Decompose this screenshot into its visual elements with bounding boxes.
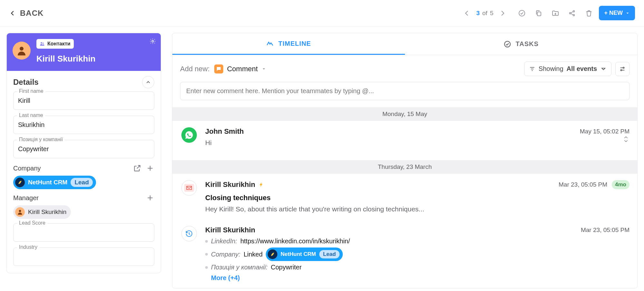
plus-icon[interactable] bbox=[146, 164, 154, 172]
pager-prev-button[interactable] bbox=[460, 6, 474, 20]
industry-field: Industry bbox=[13, 247, 154, 266]
position-label: Позиція у компанії bbox=[17, 137, 65, 142]
svg-point-7 bbox=[41, 42, 42, 44]
history-more-link[interactable]: More (+4) bbox=[211, 274, 240, 282]
svg-point-14 bbox=[623, 67, 624, 68]
item-subject: Closing techniques bbox=[205, 194, 630, 202]
right-column: TIMELINE TASKS Add new: Comment bbox=[172, 33, 638, 288]
manager-chip[interactable]: Kirill Skurikhin bbox=[13, 205, 71, 219]
history-field-label: LinkedIn: bbox=[211, 238, 237, 245]
timeline-item: Kirill Skurikhin Mar 23, 05:05 PM 4mo Cl… bbox=[172, 174, 637, 219]
item-timestamp: Mar 23, 05:05 PM bbox=[559, 181, 607, 188]
history-field-value: Copywriter bbox=[271, 264, 302, 271]
whatsapp-badge bbox=[181, 127, 197, 143]
open-external-icon[interactable] bbox=[133, 164, 141, 172]
date-separator: Monday, 15 May bbox=[172, 107, 637, 121]
svg-point-3 bbox=[573, 10, 575, 12]
company-pill[interactable]: NetHunt CRM Lead bbox=[266, 247, 343, 261]
gear-icon bbox=[149, 38, 156, 45]
add-comment-label: Comment bbox=[227, 65, 258, 73]
activity-panel: TIMELINE TASKS Add new: Comment bbox=[172, 33, 638, 288]
filter-icon bbox=[529, 66, 535, 72]
avatar-person-icon bbox=[17, 209, 23, 215]
item-text: Hi bbox=[205, 139, 212, 147]
history-field-label: Позиція у компанії: bbox=[211, 264, 267, 271]
delete-button[interactable] bbox=[582, 6, 596, 20]
industry-label: Industry bbox=[17, 244, 39, 250]
timeline-settings-button[interactable] bbox=[615, 62, 630, 76]
move-folder-button[interactable] bbox=[549, 6, 562, 20]
tab-tasks[interactable]: TASKS bbox=[405, 33, 638, 55]
copy-button[interactable] bbox=[532, 6, 545, 20]
caret-down-icon bbox=[262, 67, 266, 71]
first-name-input[interactable] bbox=[13, 92, 154, 110]
first-name-label: First name bbox=[17, 88, 45, 94]
bolt-icon bbox=[258, 181, 264, 188]
company-pill[interactable]: NetHunt CRM Lead bbox=[13, 176, 96, 189]
lead-score-input[interactable] bbox=[13, 223, 154, 242]
nethunt-logo-icon bbox=[17, 179, 23, 186]
card-settings-button[interactable] bbox=[149, 38, 156, 46]
last-name-input[interactable] bbox=[13, 116, 154, 134]
folder-chip-label: Контакти bbox=[47, 41, 71, 47]
filter-dropdown[interactable]: Showing All events bbox=[524, 62, 611, 76]
tab-timeline[interactable]: TIMELINE bbox=[172, 33, 405, 55]
add-new-label: Add new: bbox=[180, 65, 210, 73]
avatar-person-icon bbox=[16, 45, 27, 56]
svg-point-15 bbox=[621, 69, 622, 71]
chevron-right-icon bbox=[499, 9, 506, 17]
item-author: John Smith bbox=[205, 127, 244, 136]
caret-down-icon bbox=[625, 11, 630, 15]
pager-sep: of bbox=[482, 10, 487, 17]
new-button[interactable]: + NEW bbox=[599, 6, 635, 20]
contact-name: Kirill Skurikhin bbox=[36, 54, 154, 64]
left-column: Контакти Kirill Skurikhin Details First … bbox=[6, 33, 161, 288]
avatar bbox=[13, 42, 31, 60]
tab-timeline-label: TIMELINE bbox=[278, 40, 311, 47]
folder-chip[interactable]: Контакти bbox=[36, 39, 74, 49]
plus-icon[interactable] bbox=[146, 194, 154, 202]
pager-current: 3 bbox=[476, 10, 480, 17]
back-button[interactable]: BACK bbox=[9, 9, 43, 18]
company-group: Company NetHunt CRM Lead bbox=[13, 164, 154, 189]
share-button[interactable] bbox=[565, 6, 579, 20]
company-pill-logo bbox=[268, 249, 277, 259]
back-label: BACK bbox=[20, 9, 43, 18]
item-author: Kirill Skurikhin bbox=[205, 180, 255, 189]
pager-next-button[interactable] bbox=[496, 6, 509, 20]
details-title: Details bbox=[13, 78, 39, 87]
svg-point-5 bbox=[152, 40, 154, 42]
timeline-item: Kirill Skurikhin Mar 23, 05:05 PM Linked… bbox=[172, 219, 637, 288]
svg-point-6 bbox=[20, 47, 24, 51]
history-field-value: https://www.linkedin.com/in/kskurikhin/ bbox=[240, 238, 350, 245]
add-comment-button[interactable]: Comment bbox=[214, 64, 266, 73]
svg-rect-12 bbox=[217, 68, 220, 69]
chevron-up-icon bbox=[145, 79, 151, 85]
last-name-field: Last name bbox=[13, 116, 154, 134]
comment-input[interactable] bbox=[180, 82, 630, 100]
industry-input[interactable] bbox=[13, 247, 154, 266]
add-new-row: Add new: Comment bbox=[180, 64, 266, 73]
history-field-label: Company: bbox=[211, 251, 240, 258]
history-changes: LinkedIn: https://www.linkedin.com/in/ks… bbox=[205, 236, 630, 272]
top-bar: BACK 3 of 5 + NEW bbox=[0, 0, 644, 26]
company-pill-stage: Lead bbox=[71, 178, 92, 187]
company-pill-stage: Lead bbox=[319, 250, 340, 258]
record-pager: 3 of 5 bbox=[457, 6, 512, 20]
company-pill-name: NetHunt CRM bbox=[281, 251, 316, 257]
svg-point-4 bbox=[573, 14, 575, 16]
position-input[interactable] bbox=[13, 140, 154, 158]
position-field: Позиція у компанії bbox=[13, 140, 154, 158]
last-name-label: Last name bbox=[17, 112, 45, 118]
expand-toggle[interactable] bbox=[622, 136, 630, 143]
chevron-down-icon bbox=[624, 140, 628, 143]
mark-done-button[interactable] bbox=[515, 6, 529, 20]
details-collapse-button[interactable] bbox=[142, 76, 154, 88]
check-circle-icon bbox=[518, 9, 526, 17]
manager-group: Manager Kirill Skurikhin bbox=[13, 194, 154, 219]
first-name-field: First name bbox=[13, 92, 154, 110]
history-line: Company: Linked NetHunt CRM Lead bbox=[205, 246, 630, 262]
filter-row: Showing All events bbox=[524, 62, 630, 76]
manager-group-title: Manager bbox=[13, 194, 39, 202]
share-icon bbox=[568, 9, 576, 17]
